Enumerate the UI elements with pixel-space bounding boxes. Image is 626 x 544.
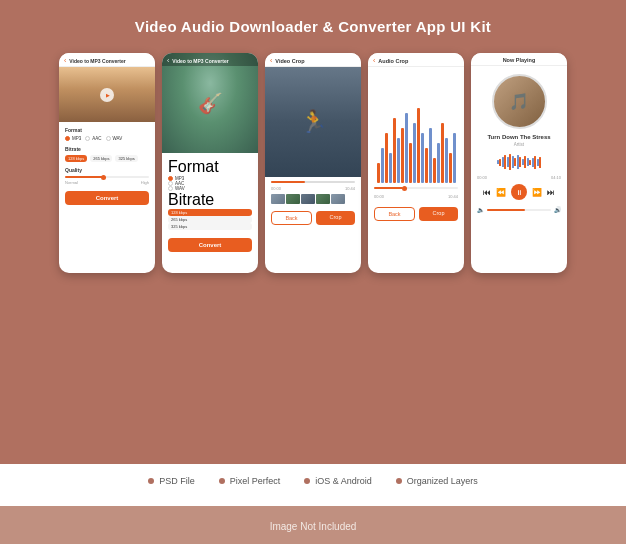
feature-dot-1 — [148, 478, 154, 484]
wave-bar — [453, 133, 456, 183]
mini-wave — [519, 157, 521, 167]
quality-high: High — [141, 180, 149, 185]
bitrate-row-2: 128 kbps 265 kbps 325 kbps — [168, 209, 252, 230]
bitrate-265-2[interactable]: 265 kbps — [168, 216, 252, 223]
bitrate-128-2[interactable]: 128 kbps — [168, 209, 252, 216]
bitrate-128[interactable]: 128 kbps — [65, 155, 87, 162]
phone-4-header: ‹ Audio Crop — [368, 53, 464, 67]
feature-layers: Organized Layers — [396, 476, 478, 486]
time-end-4: 10:44 — [448, 194, 458, 199]
format-wav[interactable]: WAV — [106, 136, 123, 141]
feature-ios: iOS & Android — [304, 476, 372, 486]
bitrate-label-2: Bitrate — [168, 191, 252, 209]
waveform-area — [368, 67, 464, 187]
phone-2-body: Format MP3 AAC WAV — [162, 153, 258, 257]
audio-progress-thumb[interactable] — [402, 186, 407, 191]
volume-row: 🔈 🔊 — [471, 204, 567, 217]
page-title: Video Audio Downloader & Converter App U… — [20, 18, 606, 35]
phone-2-title: Video to MP3 Converter — [172, 58, 228, 64]
video-progress[interactable] — [265, 177, 361, 185]
wave-bar — [381, 148, 384, 183]
prev-skip-icon[interactable]: ⏮ — [483, 188, 491, 197]
thumbnails-row — [265, 191, 361, 207]
thumb-3 — [301, 194, 315, 204]
bitrate-265[interactable]: 265 kbps — [90, 155, 112, 162]
quality-slider[interactable] — [65, 176, 149, 178]
volume-high-icon: 🔊 — [554, 206, 561, 213]
wave-bar — [421, 133, 424, 183]
phone-2: ‹ Video to MP3 Converter Format MP3 AAC — [162, 53, 258, 273]
wave-bar — [417, 108, 420, 183]
footer-text: Image Not Included — [270, 521, 357, 532]
back-button-4[interactable]: Back — [374, 207, 415, 221]
action-btns-4: Back Crop — [368, 203, 464, 226]
quality-label: Quality — [65, 167, 149, 173]
footer-section: Image Not Included — [0, 506, 626, 544]
phone-3-header: ‹ Video Crop — [265, 53, 361, 67]
feature-dot-2 — [219, 478, 225, 484]
phone-1-header: ‹ Video to MP3 Converter — [59, 53, 155, 67]
feature-label-2: Pixel Perfect — [230, 476, 281, 486]
mini-wave — [509, 154, 511, 170]
wave-bar — [429, 128, 432, 183]
wave-bar — [413, 123, 416, 183]
wave-bar — [425, 148, 428, 183]
crop-button-4[interactable]: Crop — [419, 207, 458, 221]
top-section: Video Audio Downloader & Converter App U… — [0, 0, 626, 464]
play-button[interactable] — [100, 88, 114, 102]
time-labels-4: 00:00 10:44 — [368, 194, 464, 199]
wave-bar — [445, 138, 448, 183]
slider-thumb[interactable] — [101, 175, 106, 180]
bitrate-label: Bitrate — [65, 146, 149, 152]
song-title: Turn Down The Stress — [476, 134, 562, 140]
format-mp3[interactable]: MP3 — [65, 136, 81, 141]
next-icon[interactable]: ⏩ — [532, 188, 542, 197]
prev-icon[interactable]: ⏪ — [496, 188, 506, 197]
back-arrow-2-icon[interactable]: ‹ — [167, 57, 169, 64]
feature-label-4: Organized Layers — [407, 476, 478, 486]
phone-1-img-content — [59, 67, 155, 122]
pause-button[interactable]: ⏸ — [511, 184, 527, 200]
volume-track[interactable] — [487, 209, 551, 211]
back-arrow-3-icon[interactable]: ‹ — [270, 57, 272, 64]
format-aac[interactable]: AAC — [85, 136, 101, 141]
song-info: Turn Down The Stress Artist — [471, 134, 567, 152]
time-start-player: 00:00 — [477, 175, 487, 180]
time-labels-player: 00:00 04:10 — [471, 175, 567, 180]
features-row: PSD File Pixel Perfect iOS & Android Org… — [20, 476, 606, 486]
bottom-section: PSD File Pixel Perfect iOS & Android Org… — [0, 464, 626, 506]
phone-5: Now Playing Turn Down The Stress Artist — [471, 53, 567, 273]
player-controls: ⏮ ⏪ ⏸ ⏩ ⏭ — [471, 184, 567, 204]
album-art-area — [471, 66, 567, 134]
volume-fill — [487, 209, 525, 211]
song-artist: Artist — [476, 142, 562, 147]
convert-button-2[interactable]: Convert — [168, 238, 252, 252]
format-row-2: MP3 AAC WAV — [168, 176, 252, 191]
wave-bar — [401, 128, 404, 183]
bitrate-325[interactable]: 325 kbps — [115, 155, 137, 162]
radio-dot-mp3 — [65, 136, 70, 141]
back-arrow-4-icon[interactable]: ‹ — [373, 57, 375, 64]
convert-button-1[interactable]: Convert — [65, 191, 149, 205]
crop-button-3[interactable]: Crop — [316, 211, 355, 225]
phone-5-header: Now Playing — [471, 53, 567, 66]
feature-dot-3 — [304, 478, 310, 484]
feature-dot-4 — [396, 478, 402, 484]
bitrate-325-2[interactable]: 325 kbps — [168, 223, 252, 230]
wave-bar — [405, 113, 408, 183]
time-start-3: 00:00 — [271, 186, 281, 191]
back-arrow-icon[interactable]: ‹ — [64, 57, 66, 64]
next-skip-icon[interactable]: ⏭ — [547, 188, 555, 197]
wave-bar — [377, 163, 380, 183]
bitrate-row: 128 kbps 265 kbps 325 kbps — [65, 155, 149, 162]
guitar-image — [162, 53, 258, 153]
phones-row: ‹ Video to MP3 Converter Format MP3 — [20, 53, 606, 273]
time-end-3: 10:44 — [345, 186, 355, 191]
wave-bar — [437, 143, 440, 183]
audio-progress-track — [374, 187, 458, 189]
progress-fill — [271, 181, 305, 183]
back-button-3[interactable]: Back — [271, 211, 312, 225]
phone-4: ‹ Audio Crop — [368, 53, 464, 273]
mini-wave — [524, 156, 526, 168]
phone-1-body: Format MP3 AAC WAV — [59, 122, 155, 210]
